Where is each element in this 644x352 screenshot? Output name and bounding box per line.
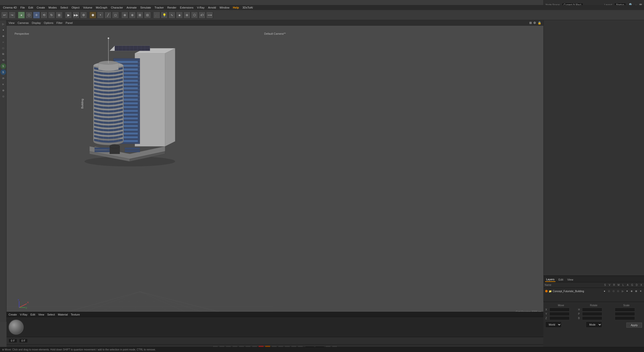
menu-cinema4d[interactable]: Cinema 4D bbox=[2, 6, 18, 10]
sym-btn[interactable]: ⊟ bbox=[144, 12, 151, 19]
sidebar-icon-8[interactable]: S bbox=[1, 63, 6, 69]
poly-mode-btn[interactable]: ◻ bbox=[112, 12, 119, 19]
transform-btn[interactable]: ⊞ bbox=[56, 12, 63, 19]
sidebar-icon-2[interactable]: ✦ bbox=[1, 27, 6, 33]
rp-layers-tab[interactable]: Layers bbox=[545, 277, 555, 282]
sidebar-icon-6[interactable]: ⧉ bbox=[1, 51, 6, 57]
menu-mograph[interactable]: MoGraph bbox=[94, 6, 109, 10]
menu-3dstoai[interactable]: 3DsToAI bbox=[241, 6, 255, 10]
hair-btn[interactable]: ⟿ bbox=[206, 12, 213, 19]
menu-create[interactable]: Create bbox=[35, 6, 47, 10]
menu-file[interactable]: File bbox=[19, 6, 26, 10]
apply-button[interactable]: Apply bbox=[626, 323, 642, 328]
mode-select[interactable]: Mode bbox=[586, 322, 602, 328]
sidebar-icon-9[interactable]: S bbox=[1, 69, 6, 75]
layer-ctrl-v[interactable]: □ bbox=[607, 290, 611, 292]
mat-tab-texture[interactable]: Texture bbox=[71, 313, 80, 316]
sidebar-icon-1[interactable]: ▷ bbox=[1, 21, 6, 27]
sidebar-icon-7[interactable]: ⟲ bbox=[1, 57, 6, 63]
light-btn[interactable]: 💡 bbox=[161, 12, 168, 19]
p-rot-input[interactable] bbox=[582, 312, 602, 316]
sidebar-icon-11[interactable]: ≡ bbox=[1, 81, 6, 87]
viewport[interactable]: View Cameras Display Options Filter Pane… bbox=[7, 20, 543, 322]
layer-ctrl-s[interactable]: ● bbox=[603, 290, 606, 292]
mat-tab-select[interactable]: Select bbox=[47, 313, 55, 316]
mat-tab-vray[interactable]: V-Ray bbox=[20, 313, 27, 316]
snap-btn[interactable]: ⊕ bbox=[121, 12, 128, 19]
vp-cameras-btn[interactable]: Cameras bbox=[18, 21, 29, 24]
vp-view-btn[interactable]: View bbox=[9, 21, 15, 24]
mat-tab-create[interactable]: Create bbox=[9, 313, 17, 316]
menu-edit[interactable]: Edit bbox=[27, 6, 35, 10]
vp-icon-settings[interactable]: ⚙ bbox=[533, 21, 536, 25]
b-rot-input[interactable] bbox=[582, 316, 602, 320]
vp-filter-btn[interactable]: Filter bbox=[56, 21, 62, 24]
z-pos-input[interactable] bbox=[549, 316, 570, 320]
sidebar-icon-12[interactable]: ⊜ bbox=[1, 87, 6, 93]
x-pos-input[interactable] bbox=[549, 308, 570, 312]
point-mode-btn[interactable]: • bbox=[97, 12, 104, 19]
undo-btn[interactable]: ↩ bbox=[1, 12, 8, 19]
axis-btn[interactable]: ⊗ bbox=[129, 12, 136, 19]
render-btn[interactable]: ▶▶ bbox=[72, 12, 79, 19]
menu-tracker[interactable]: Tracker bbox=[153, 6, 165, 10]
menu-extensions[interactable]: Extensions bbox=[178, 6, 195, 10]
vp-icon-lock[interactable]: 🔒 bbox=[538, 21, 541, 25]
vp-icon-expand[interactable]: ⊞ bbox=[529, 21, 532, 25]
render-preview-btn[interactable]: ▶ bbox=[65, 12, 72, 19]
z-scale-input[interactable] bbox=[615, 316, 635, 320]
rotate-btn[interactable]: ↻ bbox=[48, 12, 55, 19]
move-btn[interactable]: ✛ bbox=[33, 12, 40, 19]
mat-tab-material[interactable]: Material bbox=[58, 313, 68, 316]
layer-ctrl-m[interactable]: □ bbox=[616, 290, 620, 292]
menu-render[interactable]: Render bbox=[166, 6, 178, 10]
rp-edit-tab[interactable]: Edit bbox=[557, 278, 564, 282]
camera-btn[interactable]: 🎥 bbox=[153, 12, 160, 19]
sidebar-icon-10[interactable]: ⟳ bbox=[1, 75, 6, 81]
sidebar-icon-4[interactable]: ○ bbox=[1, 39, 6, 45]
rp-view-tab[interactable]: View bbox=[566, 278, 574, 282]
deform-btn[interactable]: ⊛ bbox=[183, 12, 190, 19]
menu-arnold[interactable]: Arnold bbox=[207, 6, 218, 10]
menu-simulate[interactable]: Simulate bbox=[139, 6, 152, 10]
menu-modes[interactable]: Modes bbox=[47, 6, 58, 10]
vp-panel-btn[interactable]: Panel bbox=[66, 21, 73, 24]
render-settings-btn[interactable]: ⚙ bbox=[80, 12, 87, 19]
menu-window[interactable]: Window bbox=[218, 6, 231, 10]
mat-tab-edit[interactable]: Edit bbox=[30, 313, 35, 316]
scene-area[interactable]: Perspective Default Camera** Grid Spacin… bbox=[7, 26, 543, 322]
world-dropdown[interactable]: World bbox=[545, 322, 561, 328]
menu-vray[interactable]: V-Ray bbox=[195, 6, 206, 10]
layer-ctrl-a[interactable]: ✦ bbox=[625, 290, 629, 292]
redo-btn[interactable]: ↪ bbox=[9, 12, 16, 19]
mat-tab-view[interactable]: View bbox=[38, 313, 44, 316]
layer-ctrl-d[interactable]: ⊞ bbox=[634, 290, 638, 292]
menu-animate[interactable]: Animate bbox=[125, 6, 138, 10]
gen-btn[interactable]: ◈ bbox=[176, 12, 183, 19]
spline-btn[interactable]: ∿ bbox=[168, 12, 175, 19]
menu-character[interactable]: Character bbox=[109, 6, 125, 10]
live-selection-btn[interactable]: ● bbox=[18, 12, 25, 19]
layer-ctrl-l[interactable]: ▷ bbox=[621, 290, 624, 292]
menu-object[interactable]: Object bbox=[70, 6, 81, 10]
vp-display-btn[interactable]: Display bbox=[32, 21, 41, 24]
sidebar-icon-13[interactable]: ⊙ bbox=[1, 94, 6, 99]
edge-mode-btn[interactable]: ╱ bbox=[104, 12, 111, 19]
sidebar-icon-5[interactable]: □ bbox=[1, 45, 6, 51]
material-swatch-1[interactable] bbox=[9, 320, 24, 335]
y-scale-input[interactable] bbox=[615, 312, 635, 316]
scale-btn[interactable]: ⟲ bbox=[41, 12, 48, 19]
vp-options-btn[interactable]: Options bbox=[44, 21, 53, 24]
menu-help[interactable]: Help bbox=[231, 6, 240, 10]
layer-ctrl-x[interactable]: ✕ bbox=[639, 290, 642, 292]
layer-ctrl-g[interactable]: ⊕ bbox=[630, 290, 633, 292]
layer-item-building[interactable]: 📁 Concept_Futuristic_Building ● □ □ □ ▷ … bbox=[544, 288, 643, 294]
h-rot-input[interactable] bbox=[582, 308, 602, 312]
menu-select[interactable]: Select bbox=[59, 6, 70, 10]
select-btn[interactable]: ⬡ bbox=[25, 12, 32, 19]
y-pos-input[interactable] bbox=[549, 312, 570, 316]
tag-btn[interactable]: 🏷 bbox=[198, 12, 206, 19]
menu-volume[interactable]: Volume bbox=[82, 6, 94, 10]
sidebar-icon-3[interactable]: ⊕ bbox=[1, 33, 6, 39]
object-mode-btn[interactable]: ⬢ bbox=[89, 12, 96, 19]
